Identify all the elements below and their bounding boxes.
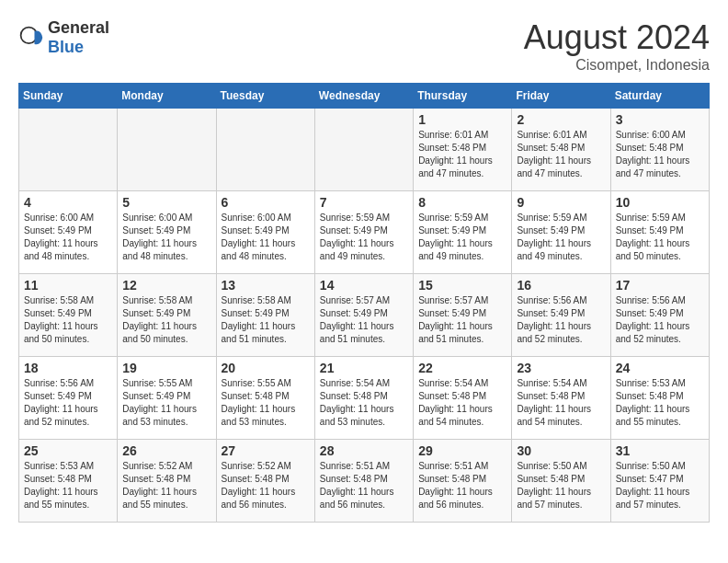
day-number: 6 [222,195,310,210]
weekday-header-friday: Friday [512,84,610,109]
day-info: Sunrise: 6:01 AM Sunset: 5:48 PM Dayligh… [517,129,605,180]
calendar-table: SundayMondayTuesdayWednesdayThursdayFrid… [18,83,710,523]
day-number: 27 [222,443,310,458]
day-number: 14 [320,278,408,293]
day-info: Sunrise: 6:00 AM Sunset: 5:49 PM Dayligh… [24,212,112,263]
day-number: 25 [24,443,112,458]
day-info: Sunrise: 5:56 AM Sunset: 5:49 PM Dayligh… [517,294,605,346]
day-info: Sunrise: 5:59 AM Sunset: 5:49 PM Dayligh… [418,212,506,263]
calendar-cell: 17Sunrise: 5:56 AM Sunset: 5:49 PM Dayli… [610,274,709,357]
month-title: August 2024 [524,18,710,57]
calendar-cell: 23Sunrise: 5:54 AM Sunset: 5:48 PM Dayli… [512,357,610,440]
day-number: 11 [24,278,112,293]
calendar-cell: 19Sunrise: 5:55 AM Sunset: 5:49 PM Dayli… [118,357,216,440]
calendar-cell: 11Sunrise: 5:58 AM Sunset: 5:49 PM Dayli… [19,274,118,357]
day-info: Sunrise: 5:55 AM Sunset: 5:48 PM Dayligh… [222,377,310,429]
day-info: Sunrise: 5:51 AM Sunset: 5:48 PM Dayligh… [418,460,506,511]
calendar-cell: 3Sunrise: 6:00 AM Sunset: 5:48 PM Daylig… [610,109,709,191]
day-info: Sunrise: 5:53 AM Sunset: 5:48 PM Dayligh… [616,377,704,429]
day-info: Sunrise: 5:53 AM Sunset: 5:48 PM Dayligh… [24,460,112,511]
day-number: 13 [222,278,310,293]
day-number: 30 [517,443,605,458]
calendar-cell: 5Sunrise: 6:00 AM Sunset: 5:49 PM Daylig… [118,191,216,274]
day-number: 17 [616,278,704,293]
day-info: Sunrise: 5:51 AM Sunset: 5:48 PM Dayligh… [320,460,408,511]
day-info: Sunrise: 5:58 AM Sunset: 5:49 PM Dayligh… [24,294,112,346]
day-number: 2 [517,112,605,127]
calendar-cell: 16Sunrise: 5:56 AM Sunset: 5:49 PM Dayli… [512,274,610,357]
calendar-week-row: 18Sunrise: 5:56 AM Sunset: 5:49 PM Dayli… [19,357,710,440]
calendar-cell: 26Sunrise: 5:52 AM Sunset: 5:48 PM Dayli… [118,440,216,523]
title-area: August 2024 Cisompet, Indonesia [524,18,710,74]
calendar-cell: 24Sunrise: 5:53 AM Sunset: 5:48 PM Dayli… [610,357,709,440]
calendar-cell: 30Sunrise: 5:50 AM Sunset: 5:48 PM Dayli… [512,440,610,523]
calendar-cell: 10Sunrise: 5:59 AM Sunset: 5:49 PM Dayli… [610,191,709,274]
day-info: Sunrise: 5:55 AM Sunset: 5:49 PM Dayligh… [122,377,210,429]
day-info: Sunrise: 5:58 AM Sunset: 5:49 PM Dayligh… [222,294,310,346]
day-number: 18 [24,361,112,375]
calendar-cell: 28Sunrise: 5:51 AM Sunset: 5:48 PM Dayli… [314,440,413,523]
calendar-week-row: 11Sunrise: 5:58 AM Sunset: 5:49 PM Dayli… [19,274,710,357]
weekday-header-monday: Monday [118,84,216,109]
weekday-header-wednesday: Wednesday [314,84,413,109]
day-info: Sunrise: 5:52 AM Sunset: 5:48 PM Dayligh… [122,460,210,511]
day-number: 15 [418,278,506,293]
weekday-header-sunday: Sunday [19,84,118,109]
day-number: 9 [517,195,605,210]
day-number: 23 [517,361,605,375]
day-number: 8 [418,195,506,210]
calendar-week-row: 4Sunrise: 6:00 AM Sunset: 5:49 PM Daylig… [19,191,710,274]
calendar-cell [314,109,413,191]
calendar-cell: 22Sunrise: 5:54 AM Sunset: 5:48 PM Dayli… [414,357,512,440]
calendar-cell: 29Sunrise: 5:51 AM Sunset: 5:48 PM Dayli… [414,440,512,523]
day-number: 22 [418,361,506,375]
day-info: Sunrise: 5:50 AM Sunset: 5:47 PM Dayligh… [616,460,704,511]
calendar-cell: 1Sunrise: 6:01 AM Sunset: 5:48 PM Daylig… [414,109,512,191]
day-number: 16 [517,278,605,293]
day-info: Sunrise: 6:01 AM Sunset: 5:48 PM Dayligh… [418,129,506,180]
day-info: Sunrise: 5:54 AM Sunset: 5:48 PM Dayligh… [320,377,408,429]
weekday-header-thursday: Thursday [414,84,512,109]
calendar-cell: 14Sunrise: 5:57 AM Sunset: 5:49 PM Dayli… [314,274,413,357]
calendar-cell [118,109,216,191]
day-number: 20 [222,361,310,375]
calendar-cell [216,109,314,191]
weekday-header-saturday: Saturday [610,84,709,109]
calendar-cell: 12Sunrise: 5:58 AM Sunset: 5:49 PM Dayli… [118,274,216,357]
day-info: Sunrise: 6:00 AM Sunset: 5:49 PM Dayligh… [122,212,210,263]
logo-icon [18,25,44,51]
logo-text-general: General [48,18,109,37]
calendar-cell: 13Sunrise: 5:58 AM Sunset: 5:49 PM Dayli… [216,274,314,357]
day-number: 3 [616,112,704,127]
day-info: Sunrise: 5:54 AM Sunset: 5:48 PM Dayligh… [517,377,605,429]
day-info: Sunrise: 5:59 AM Sunset: 5:49 PM Dayligh… [320,212,408,263]
day-number: 26 [122,443,210,458]
day-number: 24 [616,361,704,375]
calendar-cell: 7Sunrise: 5:59 AM Sunset: 5:49 PM Daylig… [314,191,413,274]
day-number: 7 [320,195,408,210]
day-number: 29 [418,443,506,458]
day-info: Sunrise: 6:00 AM Sunset: 5:49 PM Dayligh… [222,212,310,263]
day-info: Sunrise: 5:59 AM Sunset: 5:49 PM Dayligh… [517,212,605,263]
calendar-cell: 21Sunrise: 5:54 AM Sunset: 5:48 PM Dayli… [314,357,413,440]
calendar-cell: 4Sunrise: 6:00 AM Sunset: 5:49 PM Daylig… [19,191,118,274]
day-info: Sunrise: 5:56 AM Sunset: 5:49 PM Dayligh… [616,294,704,346]
calendar-cell: 20Sunrise: 5:55 AM Sunset: 5:48 PM Dayli… [216,357,314,440]
calendar-cell: 18Sunrise: 5:56 AM Sunset: 5:49 PM Dayli… [19,357,118,440]
day-info: Sunrise: 5:52 AM Sunset: 5:48 PM Dayligh… [222,460,310,511]
logo: General Blue [18,18,109,57]
calendar-cell: 2Sunrise: 6:01 AM Sunset: 5:48 PM Daylig… [512,109,610,191]
day-number: 12 [122,278,210,293]
calendar-week-row: 1Sunrise: 6:01 AM Sunset: 5:48 PM Daylig… [19,109,710,191]
day-number: 10 [616,195,704,210]
weekday-header-tuesday: Tuesday [216,84,314,109]
day-info: Sunrise: 5:54 AM Sunset: 5:48 PM Dayligh… [418,377,506,429]
day-number: 21 [320,361,408,375]
calendar-week-row: 25Sunrise: 5:53 AM Sunset: 5:48 PM Dayli… [19,440,710,523]
logo-text-blue: Blue [48,38,84,56]
day-number: 19 [122,361,210,375]
page-header: General Blue August 2024 Cisompet, Indon… [18,18,710,74]
day-number: 1 [418,112,506,127]
day-info: Sunrise: 6:00 AM Sunset: 5:48 PM Dayligh… [616,129,704,180]
day-number: 31 [616,443,704,458]
